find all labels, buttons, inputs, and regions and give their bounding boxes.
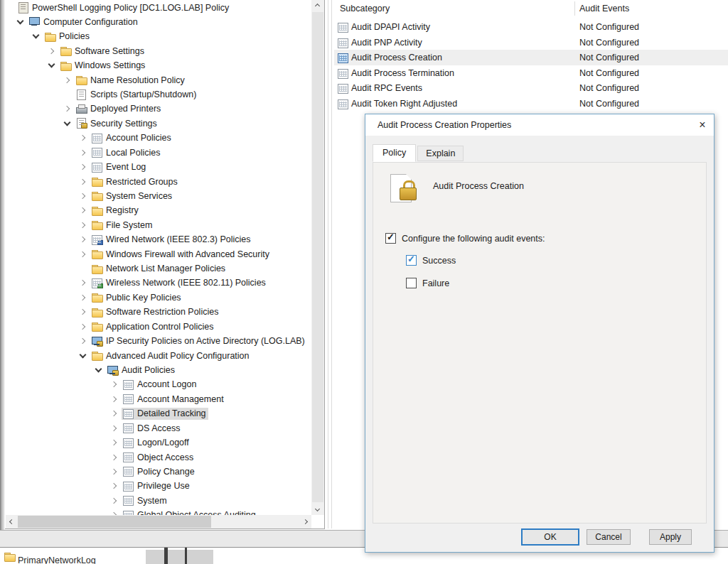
tree-item[interactable]: Name Resolution Policy [6,72,311,87]
tree-item[interactable]: Account Logon [6,377,311,392]
tree-item[interactable]: Account Management [6,391,311,406]
tree-item[interactable]: Policy Change [6,464,311,479]
tree-item[interactable]: Event Log [6,160,311,175]
chevron-right-icon[interactable] [45,44,59,58]
scroll-left-icon[interactable] [6,516,18,528]
tree-item[interactable]: System Services [6,188,311,203]
chevron-right-icon[interactable] [76,320,90,334]
tree-horizontal-scrollbar-thumb[interactable] [18,516,211,528]
tree-item[interactable]: Privilege Use [6,479,311,494]
tree-item[interactable]: Local Policies [6,145,311,160]
chevron-right-icon[interactable] [76,218,90,232]
tree-item[interactable]: Software Settings [6,43,311,58]
chevron-right-icon[interactable] [76,175,90,189]
chevron-right-icon[interactable] [60,73,75,87]
chevron-down-icon[interactable] [29,29,43,43]
chevron-right-icon[interactable] [76,291,90,305]
tree-item[interactable]: Account Policies [6,131,311,146]
chevron-right-icon[interactable] [107,406,122,421]
chevron-right-icon[interactable] [76,247,90,261]
scroll-up-icon[interactable] [311,0,323,12]
chevron-right-icon[interactable] [76,146,90,160]
chevron-right-icon[interactable] [76,131,90,145]
table-icon [91,162,103,173]
tree-item[interactable]: Audit Policies [6,363,311,378]
chevron-right-icon[interactable] [76,203,90,217]
tree-item[interactable]: System [6,493,311,508]
tree-horizontal-scrollbar[interactable] [6,515,311,528]
chevron-right-icon[interactable] [107,392,122,406]
scroll-down-icon[interactable] [311,503,323,515]
tree-item[interactable]: Network List Manager Policies [6,261,311,276]
tree-item[interactable]: Public Key Policies [6,290,311,305]
tree-item[interactable]: Policies [6,29,311,44]
apply-button[interactable]: Apply [649,529,692,545]
tree-item[interactable]: Security Settings [6,116,311,131]
chevron-right-icon[interactable] [76,276,90,290]
failure-checkbox[interactable]: Failure [406,278,449,288]
tab-policy[interactable]: Policy [373,144,416,162]
tree-item[interactable]: Restricted Groups [6,174,311,189]
chevron-right-icon[interactable] [76,334,90,348]
scroll-right-icon[interactable] [299,516,311,528]
tree-item[interactable]: Global Object Access Auditing [6,508,311,515]
chevron-right-icon[interactable] [76,305,90,319]
chevron-right-icon[interactable] [107,508,122,515]
tree-item-content: Advanced Audit Policy Configuration [90,349,252,362]
list-item[interactable]: Audit Token Right AdjustedNot Configured [334,96,728,112]
tree-item[interactable]: Wireless Network (IEEE 802.11) Policies [6,276,311,291]
chevron-down-icon[interactable] [76,349,90,363]
chevron-right-icon[interactable] [76,232,90,246]
background-item-label[interactable]: PrimaryNetworkLog [18,554,96,564]
tree-item[interactable]: Advanced Audit Policy Configuration [6,348,311,363]
tree-item[interactable]: Deployed Printers [6,102,311,116]
chevron-right-icon[interactable] [107,435,122,450]
chevron-right-icon[interactable] [107,450,122,465]
tree-item[interactable]: PowerShell Logging Policy [DC1.LOG.LAB] … [6,0,311,15]
chevron-down-icon[interactable] [92,363,106,377]
close-button[interactable]: × [694,117,711,133]
tree-item[interactable]: Windows Firewall with Advanced Security [6,246,311,261]
column-divider[interactable] [574,1,575,16]
tree-vertical-scrollbar-thumb[interactable] [312,12,323,502]
tree-item[interactable]: Object Access [6,450,311,465]
chevron-right-icon[interactable] [107,465,122,479]
tree-item[interactable]: Software Restriction Policies [6,305,311,320]
chevron-down-icon[interactable] [45,58,59,72]
chevron-right-icon[interactable] [76,189,90,203]
configure-audit-events-checkbox[interactable]: Configure the following audit events: [385,233,545,244]
tree-item[interactable]: Registry [6,203,311,218]
chevron-down-icon[interactable] [60,116,75,131]
tree-item[interactable]: Logon/Logoff [6,435,311,450]
tree-item-label: Registry [106,205,139,215]
chevron-right-icon[interactable] [107,494,122,508]
tree-item[interactable]: Detailed Tracking [6,406,311,421]
chevron-right-icon[interactable] [107,421,122,435]
list-item[interactable]: Audit Process TerminationNot Configured [334,65,728,81]
success-checkbox[interactable]: Success [406,255,456,266]
list-item[interactable]: Audit DPAPI ActivityNot Configured [334,19,728,35]
column-header-subcategory[interactable]: Subcategory [340,0,390,18]
tree-item[interactable]: File System [6,217,311,232]
tree-item[interactable]: IP Security Policies on Active Directory… [6,334,311,349]
ok-button[interactable]: OK [522,529,579,545]
tree-vertical-scrollbar[interactable] [311,0,324,515]
tree-item[interactable]: Scripts (Startup/Shutdown) [6,87,311,102]
cancel-button[interactable]: Cancel [587,529,631,545]
panel-splitter[interactable] [326,0,334,528]
list-item[interactable]: Audit Process CreationNot Configured [334,50,728,65]
chevron-right-icon[interactable] [107,479,122,493]
list-item[interactable]: Audit PNP ActivityNot Configured [334,35,728,50]
list-item[interactable]: Audit RPC EventsNot Configured [334,80,728,96]
tree-item[interactable]: Wired Network (IEEE 802.3) Policies [6,232,311,247]
chevron-right-icon[interactable] [76,160,90,174]
chevron-right-icon[interactable] [60,102,75,116]
tree-item[interactable]: Computer Configuration [6,14,311,29]
tree-item[interactable]: Application Control Policies [6,319,311,334]
column-header-audit-events[interactable]: Audit Events [579,0,629,18]
chevron-right-icon[interactable] [107,377,122,391]
tree-item[interactable]: Windows Settings [6,58,311,73]
tab-explain[interactable]: Explain [417,146,464,161]
chevron-down-icon[interactable] [14,15,28,29]
tree-item[interactable]: DS Access [6,421,311,435]
